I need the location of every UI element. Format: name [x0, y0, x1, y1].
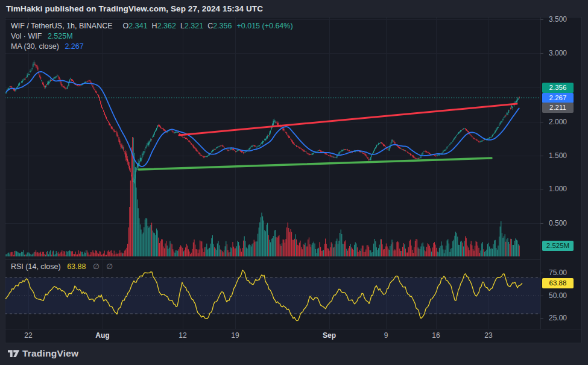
time-axis-tick[interactable]: 22: [24, 331, 32, 340]
brand-name[interactable]: TradingView: [22, 348, 78, 359]
ohlc-high-key: H: [152, 22, 157, 30]
rsi-axis-tick[interactable]: 50.00: [542, 291, 574, 300]
price-axis-tick[interactable]: 1.500: [542, 151, 574, 160]
ohlc-close-key: C: [207, 22, 213, 30]
price-axis-tick[interactable]: 0.500: [542, 218, 574, 228]
ohlc-open-key: O: [123, 22, 129, 30]
time-axis-tick[interactable]: 9: [384, 331, 388, 340]
legend-row-volume: Vol · WIF 2.525M: [11, 32, 73, 40]
ohlc-close-value: 2.356: [213, 22, 232, 30]
volume-study-value: 2.525M: [48, 32, 73, 40]
publish-header: TimHakki published on TradingView.com, S…: [6, 4, 263, 13]
legend-row-symbol: WIF / TetherUS, 1h, BINANCEO2.341H2.362L…: [11, 22, 293, 30]
tradingview-snapshot: TimHakki published on TradingView.com, S…: [0, 0, 588, 365]
volume-value-label: 2.525M: [542, 241, 574, 251]
text-overlay: TimHakki published on TradingView.com, S…: [0, 0, 588, 365]
price-axis-tick[interactable]: 3.000: [542, 48, 574, 58]
ohlc-high-value: 2.362: [157, 22, 176, 30]
ma-study-value: 2.267: [65, 42, 83, 51]
rsi-axis-tick[interactable]: 25.00: [542, 313, 574, 323]
symbol-title[interactable]: WIF / TetherUS, 1h, BINANCE: [11, 22, 113, 30]
rsi-empty-value-1: ∅: [93, 262, 100, 271]
time-axis-tick[interactable]: 16: [432, 331, 440, 340]
ohlc-open-value: 2.341: [128, 22, 147, 30]
countdown-label: 2.211: [542, 103, 574, 113]
ma-value-label: 2.267: [542, 93, 574, 103]
time-axis-tick[interactable]: Sep: [323, 331, 336, 340]
price-axis-tick[interactable]: 2.000: [542, 117, 574, 127]
rsi-study-label[interactable]: RSI (14, close): [11, 262, 61, 271]
time-axis-tick[interactable]: Aug: [95, 331, 109, 340]
rsi-study-value: 63.88: [67, 262, 86, 271]
ohlc-low-value: 2.321: [185, 22, 203, 30]
price-axis-tick[interactable]: 3.500: [542, 14, 574, 24]
legend-row-rsi: RSI (14, close) 63.88 ∅ ∅: [11, 262, 113, 271]
last-price-label: 2.356: [542, 83, 574, 93]
tradingview-logo-icon[interactable]: [8, 349, 20, 361]
time-axis-tick[interactable]: 12: [179, 331, 186, 340]
time-axis-tick[interactable]: 19: [231, 331, 239, 340]
ma-study-label[interactable]: MA (30, close): [11, 42, 59, 51]
price-axis-tick[interactable]: 1.000: [542, 184, 574, 194]
volume-study-label[interactable]: Vol · WIF: [11, 32, 42, 40]
time-axis-tick[interactable]: 23: [484, 331, 492, 340]
rsi-empty-value-2: ∅: [106, 262, 113, 271]
legend-row-ma: MA (30, close) 2.267: [11, 42, 84, 51]
ohlc-low-key: L: [180, 22, 185, 30]
price-change: +0.015 (+0.64%): [236, 22, 292, 30]
rsi-axis-tick[interactable]: 75.00: [542, 268, 574, 278]
rsi-value-label: 63.88: [542, 278, 574, 288]
